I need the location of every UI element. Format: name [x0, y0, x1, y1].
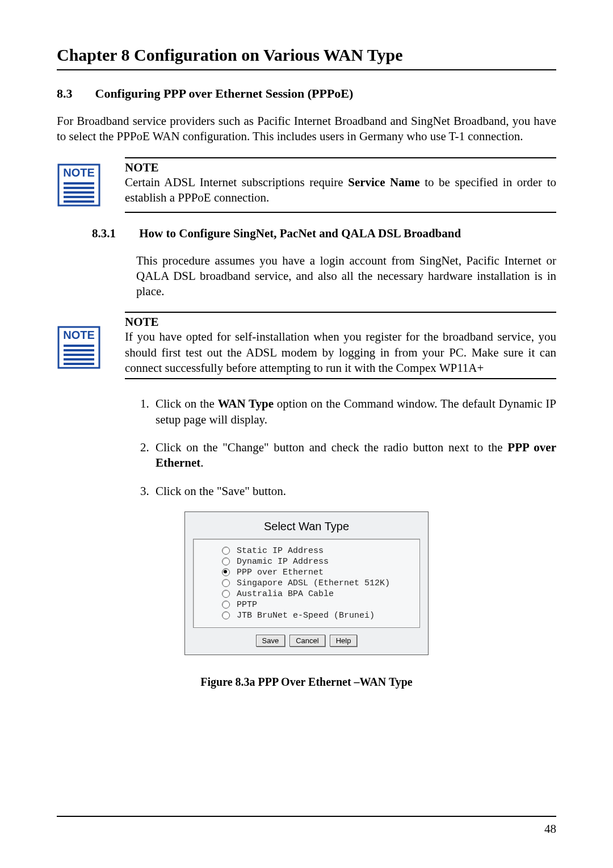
- note-body: Certain ADSL Internet subscriptions requ…: [125, 175, 556, 206]
- note-title: NOTE: [125, 315, 556, 329]
- wan-option-label: Static IP Address: [237, 546, 324, 556]
- wan-type-dialog: Select Wan Type Static IP Address Dynami…: [184, 511, 429, 655]
- note-icon: NOTE: [57, 325, 101, 372]
- step-2-post: .: [200, 456, 203, 469]
- wan-option-label: JTB BruNet e-Speed (Brunei): [237, 611, 375, 620]
- note-body: If you have opted for self-installation …: [125, 329, 556, 376]
- wan-option-pptp[interactable]: PPTP: [222, 600, 414, 610]
- step-2: Click on the "Change" button and check t…: [152, 440, 556, 471]
- note-divider: [125, 212, 556, 213]
- subsection-intro: This procedure assumes you have a login …: [136, 253, 556, 300]
- note-icon-label: NOTE: [63, 166, 95, 179]
- note-divider: [125, 378, 556, 379]
- figure-caption: Figure 8.3a PPP Over Ethernet –WAN Type: [57, 676, 556, 689]
- radio-icon[interactable]: [222, 611, 230, 619]
- wan-option-australia-bpa[interactable]: Australia BPA Cable: [222, 589, 414, 599]
- radio-icon[interactable]: [222, 601, 230, 609]
- section-heading-text: Configuring PPP over Ethernet Session (P…: [95, 86, 354, 100]
- chapter-underline: [57, 69, 556, 70]
- wan-option-singapore-adsl[interactable]: Singapore ADSL (Ethernet 512K): [222, 578, 414, 588]
- note-body-pre: Certain ADSL Internet subscriptions requ…: [125, 175, 348, 189]
- wan-option-static-ip[interactable]: Static IP Address: [222, 546, 414, 556]
- note-block-2: NOTE NOTE If you have opted for self-ins…: [57, 312, 556, 379]
- subsection-heading: 8.3.1 How to Configure SingNet, PacNet a…: [92, 227, 556, 241]
- radio-icon[interactable]: [222, 557, 230, 565]
- section-intro: For Broadband service providers such as …: [57, 114, 556, 145]
- note-icon-label: NOTE: [63, 329, 95, 341]
- radio-icon[interactable]: [222, 547, 230, 555]
- note-body-bold: Service Name: [348, 175, 419, 189]
- radio-icon[interactable]: [222, 590, 230, 598]
- radio-icon[interactable]: [222, 579, 230, 587]
- page: Chapter 8 Configuration on Various WAN T…: [0, 0, 613, 868]
- radio-icon[interactable]: [222, 568, 230, 576]
- subsection-number: 8.3.1: [92, 227, 136, 241]
- figure: Select Wan Type Static IP Address Dynami…: [57, 511, 556, 689]
- step-1-pre: Click on the: [156, 397, 218, 410]
- section-number: 8.3: [57, 86, 92, 101]
- section-heading: 8.3 Configuring PPP over Ethernet Sessio…: [57, 86, 556, 101]
- step-3: Click on the "Save" button.: [152, 484, 556, 499]
- wan-option-dynamic-ip[interactable]: Dynamic IP Address: [222, 557, 414, 567]
- wan-option-pppoe[interactable]: PPP over Ethernet: [222, 568, 414, 577]
- wan-option-label: Australia BPA Cable: [237, 589, 334, 599]
- note-block-1: NOTE NOTE Certain ADSL Internet subscrip…: [57, 157, 556, 213]
- note-title: NOTE: [125, 161, 556, 175]
- note-divider: [125, 157, 556, 158]
- footer-rule: [57, 816, 556, 817]
- subsection-heading-text: How to Configure SingNet, PacNet and QAL…: [139, 227, 461, 240]
- chapter-title: Chapter 8 Configuration on Various WAN T…: [57, 45, 556, 65]
- dialog-button-row: Save Cancel Help: [193, 635, 420, 647]
- step-1: Click on the WAN Type option on the Comm…: [152, 396, 556, 427]
- wan-option-jtb-brunet[interactable]: JTB BruNet e-Speed (Brunei): [222, 611, 414, 620]
- wan-option-label: Dynamic IP Address: [237, 557, 329, 567]
- step-1-bold: WAN Type: [218, 397, 274, 410]
- wan-option-label: PPP over Ethernet: [237, 568, 324, 577]
- cancel-button[interactable]: Cancel: [289, 635, 325, 647]
- dialog-title: Select Wan Type: [193, 520, 420, 533]
- help-button[interactable]: Help: [330, 635, 358, 647]
- note-icon: NOTE: [57, 163, 101, 209]
- save-button[interactable]: Save: [256, 635, 285, 647]
- page-number: 48: [544, 822, 556, 836]
- step-2-pre: Click on the "Change" button and check t…: [156, 441, 507, 454]
- note-divider: [125, 312, 556, 313]
- wan-options-panel: Static IP Address Dynamic IP Address PPP…: [193, 539, 420, 628]
- wan-option-label: PPTP: [237, 600, 257, 610]
- steps-list: Click on the WAN Type option on the Comm…: [136, 396, 556, 498]
- wan-option-label: Singapore ADSL (Ethernet 512K): [237, 578, 390, 588]
